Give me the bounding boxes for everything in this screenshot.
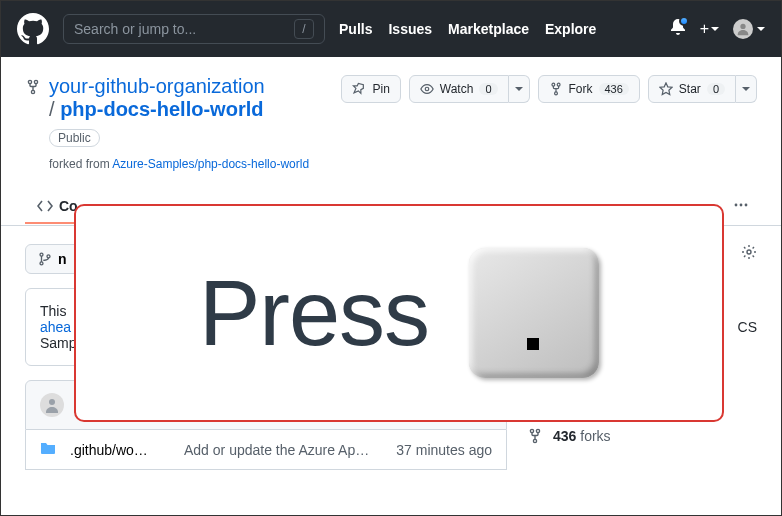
fork-button[interactable]: Fork 436	[538, 75, 640, 103]
eye-icon	[420, 82, 434, 96]
svg-point-11	[40, 253, 43, 256]
file-commit-msg[interactable]: Add or update the Azure Ap…	[184, 442, 382, 458]
user-menu[interactable]	[733, 19, 765, 39]
sidebar-forks[interactable]: 436 forks	[527, 428, 757, 444]
svg-point-12	[40, 262, 43, 265]
sidebar-settings-icon[interactable]	[741, 244, 757, 263]
star-count: 0	[707, 83, 725, 95]
star-dropdown[interactable]	[736, 75, 757, 103]
caret-down-icon	[757, 27, 765, 31]
fork-icon	[549, 82, 563, 96]
svg-point-10	[745, 204, 748, 207]
github-logo-icon[interactable]	[17, 13, 49, 45]
file-row[interactable]: .github/wo… Add or update the Azure Ap… …	[25, 430, 507, 470]
create-new-menu[interactable]: +	[700, 20, 719, 38]
fork-source-link[interactable]: Azure-Samples/php-docs-hello-world	[112, 157, 309, 171]
avatar-icon	[733, 19, 753, 39]
svg-point-18	[536, 429, 539, 432]
global-search[interactable]: /	[63, 14, 325, 44]
notification-dot-icon	[679, 16, 689, 26]
svg-point-2	[34, 80, 37, 83]
file-time: 37 minutes ago	[396, 442, 492, 458]
svg-point-4	[425, 87, 429, 91]
nav-marketplace[interactable]: Marketplace	[448, 21, 529, 37]
code-icon	[37, 198, 53, 214]
svg-point-0	[740, 24, 745, 29]
repo-owner-link[interactable]: your-github-organization	[49, 75, 265, 97]
visibility-badge: Public	[49, 129, 100, 147]
fork-icon	[527, 428, 543, 444]
repo-breadcrumb: your-github-organization / php-docs-hell…	[49, 75, 333, 171]
svg-point-8	[735, 204, 738, 207]
caret-down-icon	[515, 87, 523, 91]
ahead-link[interactable]: ahea	[40, 319, 71, 335]
file-name[interactable]: .github/wo…	[70, 442, 170, 458]
svg-point-19	[533, 439, 536, 442]
repo-actions: Pin Watch 0 Fork 436 Star 0	[341, 75, 757, 103]
breadcrumb-slash: /	[49, 98, 55, 120]
svg-point-5	[551, 83, 554, 86]
global-header: / Pulls Issues Marketplace Explore +	[1, 1, 781, 57]
pin-button[interactable]: Pin	[341, 75, 400, 103]
nav-pulls[interactable]: Pulls	[339, 21, 372, 37]
fork-count: 436	[599, 83, 629, 95]
global-nav: Pulls Issues Marketplace Explore	[339, 21, 596, 37]
plus-icon: +	[700, 20, 709, 38]
watch-dropdown[interactable]	[509, 75, 530, 103]
svg-point-7	[554, 92, 557, 95]
branch-select-button[interactable]: n	[25, 244, 80, 274]
watch-button[interactable]: Watch 0	[409, 75, 509, 103]
svg-point-1	[28, 80, 31, 83]
nav-explore[interactable]: Explore	[545, 21, 596, 37]
search-input[interactable]	[74, 21, 274, 37]
repo-header: your-github-organization / php-docs-hell…	[1, 57, 781, 226]
press-period-overlay: Press	[74, 204, 724, 422]
svg-point-17	[530, 429, 533, 432]
nav-issues[interactable]: Issues	[388, 21, 432, 37]
kebab-icon	[733, 197, 749, 213]
svg-point-9	[740, 204, 743, 207]
svg-point-6	[557, 83, 560, 86]
watch-count: 0	[479, 83, 497, 95]
star-icon	[659, 82, 673, 96]
caret-down-icon	[742, 87, 750, 91]
repo-name-link[interactable]: php-docs-hello-world	[60, 98, 263, 120]
star-button[interactable]: Star 0	[648, 75, 736, 103]
sidebar-cutoff-text: CS	[738, 319, 757, 335]
header-right: +	[670, 19, 765, 39]
commit-author-avatar[interactable]	[40, 393, 64, 417]
caret-down-icon	[711, 27, 719, 31]
svg-point-14	[49, 399, 55, 405]
tabs-overflow-menu[interactable]	[725, 189, 757, 225]
pin-icon	[352, 82, 366, 96]
period-keycap-icon	[469, 248, 599, 378]
svg-point-15	[747, 250, 751, 254]
svg-point-13	[47, 255, 50, 258]
slash-shortcut-icon: /	[294, 19, 314, 39]
branch-icon	[38, 252, 52, 266]
svg-point-3	[31, 90, 34, 93]
repo-forked-icon	[25, 79, 41, 99]
folder-icon	[40, 440, 56, 459]
forked-from: forked from Azure-Samples/php-docs-hello…	[49, 157, 333, 171]
overlay-text: Press	[199, 261, 429, 366]
notifications-icon[interactable]	[670, 19, 686, 39]
